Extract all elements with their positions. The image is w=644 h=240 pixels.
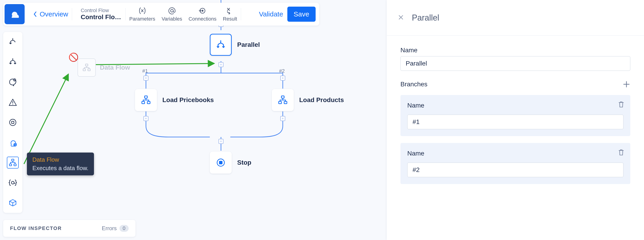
node-stop[interactable]: Stop <box>210 152 251 173</box>
name-input[interactable] <box>400 56 630 71</box>
trash-icon <box>618 149 624 156</box>
back-label: Overview <box>40 10 68 18</box>
svg-rect-4 <box>279 101 282 104</box>
trash-icon <box>618 101 624 108</box>
breadcrumb-main: Control Flo… <box>81 14 122 21</box>
save-button[interactable]: Save <box>287 7 316 22</box>
node-label: Load Pricebooks <box>162 96 214 104</box>
branch-name-input[interactable] <box>407 163 624 177</box>
svg-rect-3 <box>282 96 284 98</box>
svg-rect-2 <box>147 101 150 104</box>
svg-point-11 <box>170 9 173 12</box>
svg-point-21 <box>12 181 14 184</box>
svg-rect-10 <box>88 69 90 71</box>
svg-rect-8 <box>86 64 88 66</box>
palette-cloud-run[interactable] <box>7 137 19 148</box>
palette-tooltip: Data Flow Executes a data flow. <box>27 153 94 175</box>
palette-error[interactable] <box>7 96 19 108</box>
svg-point-15 <box>10 119 16 126</box>
condition-icon <box>8 78 17 87</box>
branches-label: Branches <box>400 81 427 88</box>
svg-rect-0 <box>144 96 147 98</box>
branch-name-input[interactable] <box>407 115 624 129</box>
svg-rect-9 <box>83 69 86 71</box>
validate-link[interactable]: Validate <box>259 10 283 18</box>
svg-point-13 <box>202 10 203 12</box>
node-label: Parallel <box>237 41 260 48</box>
palette-variable-ref[interactable] <box>7 177 19 189</box>
node-parallel[interactable]: Parallel <box>210 34 260 56</box>
drag-ghost-label: Data Flow <box>100 64 130 71</box>
drag-ghost-data-flow: Data Flow <box>78 59 130 77</box>
svg-rect-7 <box>220 161 222 164</box>
toolbar-divider <box>126 8 126 20</box>
branch-name-label: Name <box>407 150 624 157</box>
variables-button[interactable]: Variables <box>162 7 182 22</box>
connector-port[interactable]: + <box>280 116 285 121</box>
tooltip-subtitle: Executes a data flow. <box>32 165 88 172</box>
flow-canvas[interactable] <box>0 0 387 240</box>
data-flow-icon <box>8 158 17 167</box>
connector-port[interactable]: + <box>218 139 224 144</box>
tooltip-title: Data Flow <box>32 156 88 163</box>
add-branch-button[interactable] <box>622 80 630 88</box>
x-arrow-icon <box>226 7 234 15</box>
result-button[interactable]: Result <box>223 7 237 22</box>
palette-condition[interactable] <box>7 76 19 88</box>
app-logo[interactable] <box>4 4 25 24</box>
svg-rect-16 <box>12 121 14 124</box>
chevron-left-icon <box>33 11 38 17</box>
connector-port[interactable]: + <box>218 62 224 67</box>
node-label: Stop <box>237 159 251 166</box>
branch-card: Name <box>400 143 630 184</box>
node-load-pricebooks[interactable]: Load Pricebooks <box>135 89 214 111</box>
error-icon <box>8 98 17 107</box>
svg-rect-1 <box>142 101 144 104</box>
inspector-title: FLOW INSPECTOR <box>10 225 62 231</box>
close-panel-button[interactable] <box>398 14 404 22</box>
branch-name-label: Name <box>407 102 624 109</box>
delete-branch-button[interactable] <box>618 101 624 109</box>
palette-parallel[interactable] <box>7 56 19 68</box>
connector-port[interactable]: + <box>144 76 148 81</box>
breadcrumb[interactable]: Control Flow Control Flo… <box>81 8 122 21</box>
variable-ref-icon <box>8 178 17 187</box>
errors-label: Errors <box>102 225 116 231</box>
delete-branch-button[interactable] <box>618 149 624 157</box>
plus-icon <box>622 80 630 88</box>
branch-index-label: #1 <box>142 68 148 74</box>
palette-package[interactable] <box>7 197 19 209</box>
box-3d-icon <box>8 198 17 207</box>
toolbar-divider <box>241 8 241 20</box>
palette-stop[interactable] <box>7 116 19 128</box>
branch-index-label: #2 <box>279 68 284 74</box>
errors-count-badge: 0 <box>120 225 128 232</box>
panel-title: Parallel <box>412 13 439 23</box>
back-overview-link[interactable]: Overview <box>33 10 68 18</box>
connector-port[interactable]: + <box>144 116 148 121</box>
connections-button[interactable]: Connections <box>188 7 216 22</box>
at-icon <box>168 7 176 15</box>
parallel-icon <box>8 58 17 67</box>
target-arrow-icon <box>199 7 206 15</box>
connector-port[interactable]: + <box>280 76 285 81</box>
properties-panel: Parallel Name Branches Name <box>387 0 644 240</box>
node-label: Load Products <box>299 96 344 104</box>
node-palette <box>3 32 22 213</box>
flow-inspector[interactable]: FLOW INSPECTOR Errors 0 <box>3 220 136 237</box>
parameters-button[interactable]: Parameters <box>129 7 155 22</box>
node-load-products[interactable]: Load Products <box>272 89 344 111</box>
step-icon <box>8 38 17 47</box>
close-icon <box>398 15 404 20</box>
not-allowed-cursor-icon: 🚫 <box>68 53 79 62</box>
parentheses-x-icon <box>138 7 146 15</box>
palette-step[interactable] <box>7 36 19 48</box>
name-field-label: Name <box>400 47 630 54</box>
svg-rect-19 <box>9 164 12 166</box>
top-toolbar: Overview Control Flow Control Flo… Param… <box>3 3 319 26</box>
drag-guide-arrows <box>0 0 387 240</box>
branch-card: Name <box>400 95 630 136</box>
breadcrumb-super: Control Flow <box>81 8 122 14</box>
cloud-play-icon <box>8 138 17 147</box>
palette-data-flow[interactable] <box>7 157 19 168</box>
